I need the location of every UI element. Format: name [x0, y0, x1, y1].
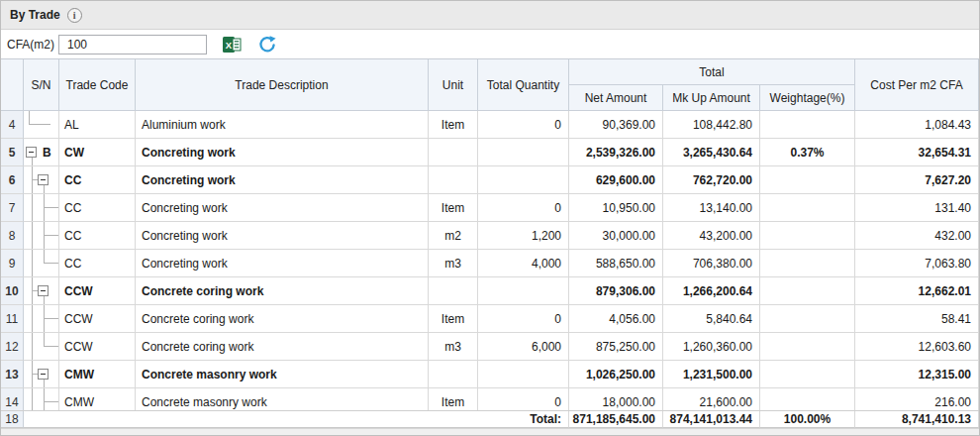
trade-description-cell: Concreting work [136, 222, 429, 250]
row-number-cell[interactable]: 10 [1, 277, 24, 305]
svg-text:X: X [226, 40, 233, 51]
trade-description-cell: Concrete masonry work [136, 388, 429, 410]
table-row[interactable]: 12 CCW Concrete coring work m3 6,000 875… [1, 333, 979, 361]
cost-per-m2-cell: 1,084.43 [855, 111, 979, 139]
cfa-label: CFA(m2) [7, 38, 54, 52]
net-amount-cell: 30,000.00 [569, 222, 663, 250]
mkup-amount-cell: 3,265,430.64 [663, 139, 760, 166]
column-header-total-group[interactable]: Total [569, 59, 855, 85]
total-quantity-cell [478, 361, 569, 388]
refresh-button[interactable] [256, 34, 278, 55]
row-number-cell[interactable]: 4 [1, 111, 24, 139]
toolbar: CFA(m2) X [1, 30, 979, 58]
trade-description-cell: Concreting work [136, 139, 429, 166]
column-header-weightage[interactable]: Weightage(%) [760, 85, 855, 111]
weightage-cell [760, 361, 855, 388]
weightage-cell [760, 277, 855, 305]
table-row[interactable]: 7 CC Concreting work Item 0 10,950.00 13… [1, 194, 979, 222]
bottom-strip [1, 428, 979, 436]
total-weightage: 100.00% [760, 411, 855, 428]
column-header-trade-description[interactable]: Trade Description [136, 59, 429, 111]
table-row[interactable]: 4 AL Aluminium work Item 0 90,369.00 108… [1, 111, 979, 139]
column-header-total-quantity[interactable]: Total Quantity [478, 59, 569, 111]
sn-cell [24, 166, 59, 194]
tree-line-horizontal [44, 235, 58, 236]
row-number-cell[interactable]: 12 [1, 333, 24, 361]
table-row[interactable]: 11 CCW Concrete coring work Item 0 4,056… [1, 305, 979, 333]
weightage-cell [760, 333, 855, 361]
mkup-amount-cell: 1,266,200.64 [663, 277, 760, 305]
unit-cell: Item [429, 388, 478, 410]
weightage-cell [760, 166, 855, 194]
unit-cell [429, 361, 478, 388]
trade-description-cell: Concrete masonry work [136, 361, 429, 388]
tree-line-vertical [44, 185, 45, 193]
table-row[interactable]: 13 CMW Concrete masonry work 1,026,250.0… [1, 361, 979, 388]
cost-per-m2-cell: 432.00 [855, 222, 979, 250]
trade-description-cell: Concrete coring work [136, 305, 429, 333]
cfa-input[interactable] [58, 35, 207, 54]
row-number-cell[interactable]: 9 [1, 250, 24, 277]
table-row[interactable]: 8 CC Concreting work m2 1,200 30,000.00 … [1, 222, 979, 250]
collapse-expander-icon[interactable] [38, 369, 49, 380]
row-number-cell[interactable]: 11 [1, 305, 24, 333]
tree-line-horizontal [44, 346, 58, 347]
sn-cell [24, 277, 59, 305]
table-row[interactable]: 14 CMW Concrete masonry work Item 0 18,0… [1, 388, 979, 410]
trade-code-cell: CCW [59, 277, 136, 305]
trade-code-cell: CMW [59, 388, 136, 410]
minus-glyph [41, 290, 46, 291]
trade-code-cell: CC [59, 166, 136, 194]
row-number-cell[interactable]: 8 [1, 222, 24, 250]
table-row[interactable]: 10 CCW Concrete coring work 879,306.00 1… [1, 277, 979, 305]
row-number-cell[interactable]: 13 [1, 361, 24, 388]
total-quantity-cell: 0 [478, 305, 569, 333]
collapse-expander-icon[interactable] [38, 174, 49, 185]
mkup-amount-cell: 5,840.64 [663, 305, 760, 333]
collapse-expander-icon[interactable] [26, 147, 37, 158]
tree-line-vertical [44, 388, 45, 410]
mkup-amount-cell: 1,231,500.00 [663, 361, 760, 388]
tree-line-horizontal [44, 207, 58, 208]
total-quantity-cell: 4,000 [478, 250, 569, 277]
collapse-expander-icon[interactable] [38, 285, 49, 296]
excel-export-icon: X [222, 35, 242, 54]
cost-per-m2-cell: 32,654.31 [855, 139, 979, 166]
mkup-amount-cell: 21,600.00 [663, 388, 760, 410]
total-quantity-cell: 0 [478, 194, 569, 222]
cost-per-m2-cell: 216.00 [855, 388, 979, 410]
row-number-cell[interactable]: 14 [1, 388, 24, 410]
row-number-cell[interactable]: 6 [1, 166, 24, 194]
mkup-amount-cell: 43,200.00 [663, 222, 760, 250]
unit-cell: m3 [429, 250, 478, 277]
column-header-rownum [1, 59, 24, 111]
column-header-net-amount[interactable]: Net Amount [569, 85, 663, 111]
column-header-sn[interactable]: S/N [24, 59, 59, 111]
cost-per-m2-cell: 7,627.20 [855, 166, 979, 194]
column-header-cost-per-m2[interactable]: Cost Per m2 CFA [855, 59, 979, 111]
cost-per-m2-cell: 12,662.01 [855, 277, 979, 305]
column-header-trade-code[interactable]: Trade Code [59, 59, 136, 111]
unit-cell: Item [429, 305, 478, 333]
table-row[interactable]: 6 CC Concreting work 629,600.00 762,720.… [1, 166, 979, 194]
unit-cell [429, 166, 478, 194]
row-number-cell[interactable]: 7 [1, 194, 24, 222]
unit-cell [429, 277, 478, 305]
sn-cell: B [24, 139, 59, 166]
tree-line-horizontal [44, 401, 58, 402]
mkup-amount-cell: 706,380.00 [663, 250, 760, 277]
info-icon[interactable]: i [67, 8, 82, 23]
by-trade-panel: By Trade i CFA(m2) X S/N Trade Code T [0, 0, 980, 436]
column-header-mkup-amount[interactable]: Mk Up Amount [663, 85, 760, 111]
tree-line-vertical [32, 158, 33, 165]
excel-export-button[interactable]: X [221, 34, 243, 55]
total-quantity-cell: 1,200 [478, 222, 569, 250]
row-number-cell[interactable]: 5 [1, 139, 24, 166]
cost-per-m2-cell: 12,315.00 [855, 361, 979, 388]
table-row[interactable]: 9 CC Concreting work m3 4,000 588,650.00… [1, 250, 979, 277]
sn-cell [24, 111, 59, 139]
minus-glyph [29, 152, 34, 153]
tree-line-vertical [29, 111, 30, 125]
table-row[interactable]: 5 B CW Concreting work 2,539,326.00 3,26… [1, 139, 979, 166]
column-header-unit[interactable]: Unit [429, 59, 478, 111]
